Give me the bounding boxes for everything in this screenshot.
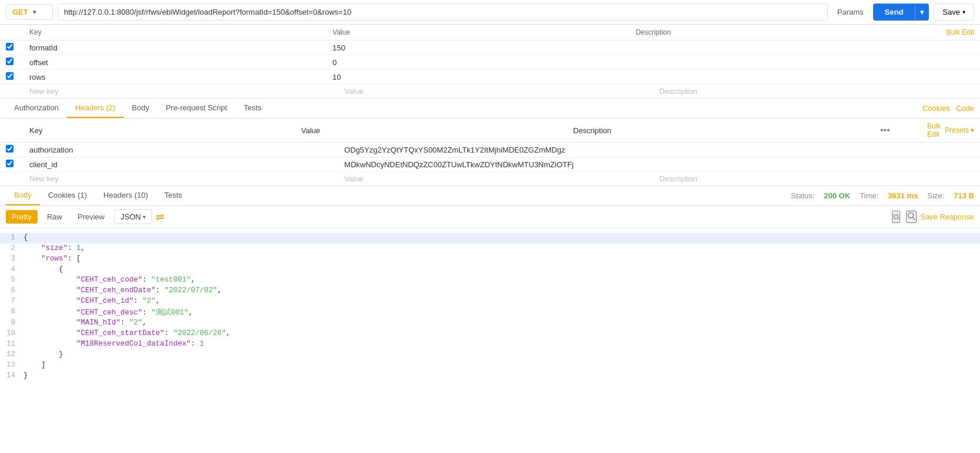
save-chevron: ▾: [962, 9, 965, 15]
code-line-6: 6 "CEHT_ceh_endDate": "2022/07/02",: [0, 286, 980, 296]
svg-line-1: [913, 218, 915, 220]
response-status-area: Status: 200 OK Time: 3631 ms Size: 713 B: [791, 191, 974, 200]
code-link[interactable]: Code: [956, 104, 974, 113]
line-number: 1: [0, 234, 23, 243]
code-line-1: 1{: [0, 233, 980, 244]
code-line-14: 14}: [0, 371, 980, 381]
line-number: 14: [0, 371, 23, 381]
param-row-1-value: 150: [332, 43, 635, 52]
time-label: Time:: [860, 191, 878, 200]
headers-new-value-placeholder[interactable]: Value: [344, 174, 659, 183]
params-new-desc-placeholder[interactable]: Description: [659, 87, 974, 96]
params-button[interactable]: Params: [833, 5, 868, 19]
response-tab-headers[interactable]: Headers (10): [95, 186, 156, 205]
params-new-value-placeholder[interactable]: Value: [344, 87, 659, 96]
response-tab-body[interactable]: Body: [6, 186, 40, 205]
params-key-header: Key: [29, 28, 332, 36]
code-line-13: 13 ]: [0, 360, 980, 371]
save-button[interactable]: Save ▾: [934, 4, 974, 21]
tab-prerequest[interactable]: Pre-request Script: [157, 99, 235, 118]
size-label: Size:: [927, 191, 944, 200]
code-line-3: 3 "rows": [: [0, 254, 980, 265]
method-select[interactable]: GET ▾: [6, 4, 53, 20]
cookies-link[interactable]: Cookies: [922, 104, 950, 113]
headers-new-desc-placeholder[interactable]: Description: [659, 174, 974, 183]
url-input[interactable]: [58, 4, 828, 21]
header-row-1-checkbox[interactable]: [6, 145, 14, 153]
line-content: {: [23, 265, 980, 275]
code-line-10: 10 "CEHT_ceh_startDate": "2022/06/26",: [0, 329, 980, 339]
tab-body[interactable]: Body: [124, 99, 158, 118]
save-response-button[interactable]: Save Response: [920, 212, 974, 221]
presets-label: Presets: [945, 126, 969, 134]
line-number: 8: [0, 307, 23, 317]
param-row-1-checkbox[interactable]: [6, 43, 14, 50]
header-row-1-key: authorization: [29, 146, 344, 154]
headers-three-dots[interactable]: •••: [880, 125, 927, 136]
table-row: client_id MDkwNDcyNDEtNDQzZC00ZTUwLTkwZD…: [0, 157, 980, 172]
line-number: 3: [0, 255, 23, 264]
body-tab-preview[interactable]: Preview: [72, 210, 110, 224]
format-select[interactable]: JSON ▾: [114, 209, 152, 224]
line-content: "rows": [: [23, 255, 980, 264]
wrap-icon[interactable]: ⇌: [156, 211, 164, 224]
line-number: 2: [0, 244, 23, 253]
line-content: "CEHT_ceh_desc": "測試001",: [23, 307, 980, 317]
headers-new-row: New key Value Description: [0, 172, 980, 185]
param-row-3-checkbox[interactable]: [6, 72, 14, 80]
param-row-2-checkbox[interactable]: [6, 58, 14, 65]
line-content: {: [23, 234, 980, 243]
table-row: formatId 150: [0, 40, 980, 55]
table-row: rows 10: [0, 70, 980, 84]
tab-tests[interactable]: Tests: [235, 99, 270, 118]
code-area: 1{2 "size": 1,3 "rows": [4 {5 "CEHT_ceh_…: [0, 228, 980, 393]
params-new-row: New key Value Description: [0, 84, 980, 98]
line-content: ]: [23, 361, 980, 370]
line-number: 7: [0, 297, 23, 306]
params-value-header: Value: [332, 28, 635, 36]
header-row-2-checkbox[interactable]: [6, 160, 14, 167]
presets-chevron: ▾: [971, 126, 974, 134]
response-tab-tests[interactable]: Tests: [156, 186, 190, 205]
params-desc-header: Description: [636, 28, 939, 36]
line-content: "CEHT_ceh_id": "2",: [23, 297, 980, 306]
line-number: 11: [0, 340, 23, 349]
send-button-group: Send ▾: [873, 4, 930, 21]
line-content: "CEHT_ceh_code": "test001",: [23, 276, 980, 285]
format-label: JSON: [120, 212, 141, 221]
headers-section: Key Value Description ••• Bulk Edit Pres…: [0, 119, 980, 186]
line-content: "MAIN_hId": "2",: [23, 319, 980, 328]
body-tab-raw[interactable]: Raw: [41, 210, 68, 224]
response-tab-cookies[interactable]: Cookies (1): [40, 186, 95, 205]
headers-presets[interactable]: Presets ▾: [945, 126, 974, 134]
table-row: authorization ODg5Yzg2YzQtYTQxYS00M2ZmLT…: [0, 143, 980, 157]
search-button[interactable]: [906, 211, 917, 223]
param-row-2-key: offset: [29, 58, 332, 67]
headers-key-header: Key: [29, 126, 301, 135]
method-chevron: ▾: [33, 9, 36, 15]
headers-new-key-placeholder[interactable]: New key: [29, 174, 344, 183]
line-content: "CEHT_ceh_endDate": "2022/07/02",: [23, 286, 980, 296]
code-line-2: 2 "size": 1,: [0, 244, 980, 254]
tab-authorization[interactable]: Authorization: [6, 99, 67, 118]
params-new-key-placeholder[interactable]: New key: [29, 87, 344, 96]
line-number: 9: [0, 319, 23, 328]
copy-button[interactable]: ⧉: [892, 211, 900, 223]
tab-headers[interactable]: Headers (2): [67, 99, 124, 118]
headers-bulk-edit[interactable]: Bulk Edit: [927, 122, 941, 138]
table-row: offset 0: [0, 55, 980, 70]
save-label: Save: [942, 8, 960, 16]
code-line-9: 9 "MAIN_hId": "2",: [0, 318, 980, 329]
response-tabs-bar: Body Cookies (1) Headers (10) Tests Stat…: [0, 186, 980, 206]
line-number: 6: [0, 286, 23, 296]
body-tab-pretty[interactable]: Pretty: [6, 210, 38, 224]
send-button[interactable]: Send: [873, 4, 915, 21]
code-line-5: 5 "CEHT_ceh_code": "test001",: [0, 275, 980, 286]
params-bulk-edit[interactable]: Bulk Edit: [947, 28, 974, 36]
param-row-3-key: rows: [29, 73, 332, 82]
send-dropdown-button[interactable]: ▾: [915, 4, 929, 21]
params-table-header: Key Value Description Bulk Edit: [0, 25, 980, 40]
header-row-1-value: ODg5Yzg2YzQtYTQxYS00M2ZmLTk1Y2ItMjhiMDE0…: [344, 146, 659, 154]
line-content: "size": 1,: [23, 244, 980, 253]
header-row-2-value: MDkwNDcyNDEtNDQzZC00ZTUwLTkwZDYtNDkwMTU3…: [344, 160, 659, 169]
